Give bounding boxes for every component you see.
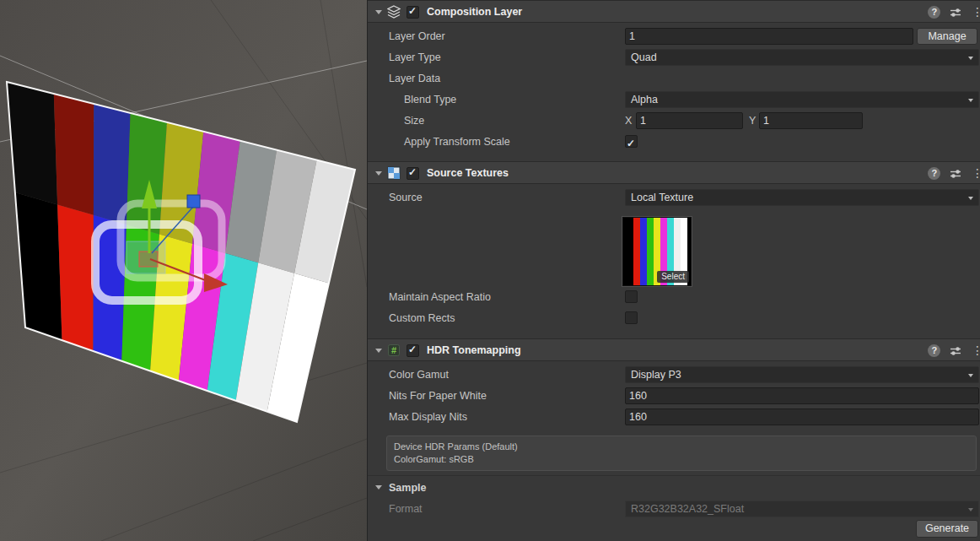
sample-section-title: Sample <box>389 479 426 497</box>
foldout-open-icon[interactable] <box>375 171 382 176</box>
sample-foldout-row[interactable]: Sample <box>368 479 980 497</box>
kebab-menu-icon[interactable] <box>972 339 980 362</box>
size-y-label: Y <box>749 111 756 130</box>
component-title: Composition Layer <box>427 1 522 24</box>
component-enabled-checkbox[interactable] <box>407 167 419 180</box>
preset-icon[interactable] <box>950 7 961 19</box>
kebab-menu-icon[interactable] <box>972 162 980 185</box>
blend-type-label: Blend Type <box>404 90 456 109</box>
component-header-hdr-tonemapping[interactable]: # HDR Tonemapping <box>368 338 980 361</box>
manage-button[interactable]: Manage <box>917 28 977 45</box>
inspector-panel: Composition Layer Layer Order Manage Lay… <box>367 0 980 541</box>
infobox-line1: Device HDR Params (Default) <box>394 441 969 453</box>
blend-type-dropdown[interactable]: Alpha <box>625 91 979 108</box>
component-header-source-textures[interactable]: Source Textures <box>368 161 980 184</box>
script-icon: # <box>387 344 401 358</box>
layer-order-input[interactable] <box>625 28 913 45</box>
max-display-nits-input[interactable] <box>625 408 979 425</box>
hdr-params-infobox: Device HDR Params (Default) ColorGamut: … <box>386 436 977 471</box>
generate-button[interactable]: Generate <box>916 520 978 538</box>
texture-icon <box>387 166 401 181</box>
source-label: Source <box>389 188 423 207</box>
layers-icon <box>387 5 401 19</box>
preset-icon[interactable] <box>950 168 961 180</box>
source-dropdown[interactable]: Local Texture <box>625 189 979 206</box>
nits-for-paper-white-input[interactable] <box>625 387 979 404</box>
help-icon[interactable] <box>928 167 940 180</box>
color-gamut-label: Color Gamut <box>389 365 449 384</box>
layer-type-label: Layer Type <box>389 48 441 67</box>
help-icon[interactable] <box>928 344 940 357</box>
kebab-menu-icon[interactable] <box>972 1 980 24</box>
layer-data-label: Layer Data <box>389 69 440 88</box>
nits-for-paper-white-label: Nits For Paper White <box>389 387 487 405</box>
component-header-composition-layer[interactable]: Composition Layer <box>368 0 980 23</box>
section-divider <box>368 475 980 476</box>
max-display-nits-label: Max Display Nits <box>389 408 467 426</box>
preset-icon[interactable] <box>950 345 961 357</box>
component-enabled-checkbox[interactable] <box>407 6 419 19</box>
maintain-aspect-ratio-checkbox[interactable] <box>625 290 638 303</box>
foldout-open-icon[interactable] <box>375 10 382 14</box>
maintain-aspect-ratio-label: Maintain Aspect Ratio <box>389 288 491 306</box>
custom-rects-checkbox[interactable] <box>625 311 638 324</box>
format-dropdown: R32G32B32A32_SFloat <box>625 500 979 517</box>
select-texture-button[interactable]: Select <box>657 271 689 283</box>
scene-canvas <box>0 0 367 541</box>
scene-view[interactable] <box>0 0 367 541</box>
help-icon[interactable] <box>928 6 940 19</box>
custom-rects-label: Custom Rects <box>389 309 455 327</box>
foldout-open-icon[interactable] <box>375 485 382 490</box>
foldout-open-icon[interactable] <box>375 349 382 353</box>
component-title: Source Textures <box>427 162 509 185</box>
size-x-input[interactable] <box>636 112 743 129</box>
format-label: Format <box>389 500 423 518</box>
infobox-line2: ColorGamut: sRGB <box>394 453 969 466</box>
apply-transform-scale-label: Apply Transform Scale <box>404 133 510 151</box>
size-y-input[interactable] <box>759 112 863 129</box>
size-label: Size <box>404 111 424 130</box>
component-title: HDR Tonemapping <box>427 339 521 362</box>
size-x-label: X <box>625 111 632 130</box>
svg-text:#: # <box>391 345 396 355</box>
z-axis-handle[interactable] <box>187 195 200 208</box>
layer-type-dropdown[interactable]: Quad <box>625 49 979 66</box>
plane-handle[interactable] <box>139 252 158 267</box>
layer-order-label: Layer Order <box>389 27 445 46</box>
color-gamut-dropdown[interactable]: Display P3 <box>625 366 979 383</box>
texture-preview[interactable]: Select <box>622 217 692 286</box>
apply-transform-scale-checkbox[interactable] <box>625 135 638 148</box>
component-enabled-checkbox[interactable] <box>407 344 419 357</box>
